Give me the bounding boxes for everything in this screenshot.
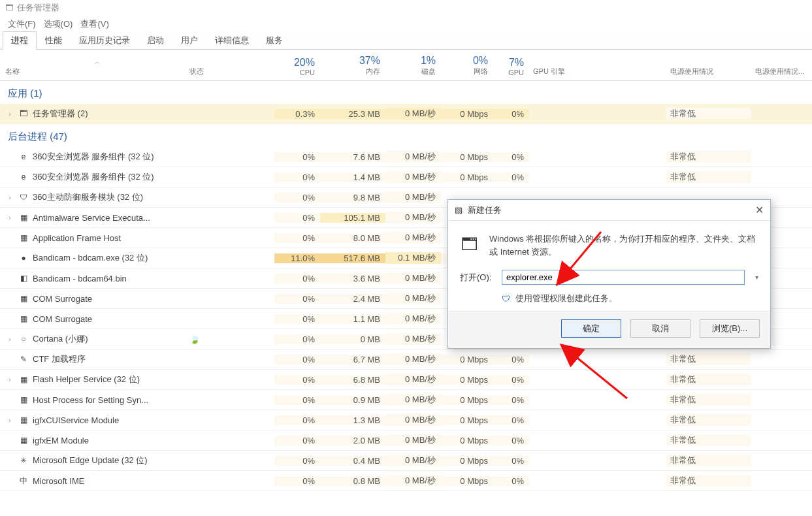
cpu-cell: 0% — [274, 334, 320, 344]
tab-details[interactable]: 详细信息 — [206, 31, 257, 49]
table-row[interactable]: ✳Microsoft Edge Update (32 位)0%0.4 MB0 M… — [0, 451, 812, 471]
group-header[interactable]: 应用 (1) — [0, 81, 812, 104]
process-name: Cortana (小娜) — [33, 333, 88, 345]
power-cell: 非常低 — [666, 475, 751, 487]
open-input[interactable] — [502, 270, 745, 285]
disk-cell: 0 MB/秒 — [385, 151, 441, 163]
process-icon: 🗔 — [18, 108, 29, 119]
process-name: Microsoft IME — [33, 476, 84, 486]
process-icon: ▦ — [18, 212, 29, 223]
table-row[interactable]: 中Microsoft IME0%0.8 MB0 MB/秒0 Mbps0%非常低 — [0, 471, 812, 491]
table-row[interactable]: ▦Host Process for Setting Syn...0%0.9 MB… — [0, 390, 812, 410]
process-name-cell: e360安全浏览器 服务组件 (32 位) — [0, 171, 189, 183]
header-network[interactable]: 0% 网络 — [441, 55, 493, 80]
mem-cell: 7.6 MB — [320, 152, 385, 162]
cpu-cell: 0% — [274, 152, 320, 162]
table-row[interactable]: ▦igfxEM Module0%2.0 MB0 MB/秒0 Mbps0%非常低 — [0, 430, 812, 451]
table-row[interactable]: ›▦igfxCUIService Module0%1.3 MB0 MB/秒0 M… — [0, 410, 812, 430]
header-cpu[interactable]: 20% CPU — [274, 57, 320, 80]
mem-cell: 1.3 MB — [320, 415, 385, 425]
cpu-cell: 0% — [274, 456, 320, 466]
header-mem-label: 内存 — [320, 67, 380, 76]
gpu-cell: 0% — [493, 456, 529, 466]
expander-icon[interactable]: › — [5, 214, 14, 221]
header-name[interactable]: ︿ 名称 — [0, 56, 189, 80]
open-dropdown-icon[interactable]: ▾ — [751, 274, 758, 281]
net-cell: 0 Mbps — [441, 415, 493, 425]
run-dialog-icon: ▧ — [455, 205, 463, 215]
header-status[interactable]: 状态 — [189, 67, 274, 80]
process-name-cell: ›▦Flash Helper Service (32 位) — [0, 374, 189, 385]
disk-cell: 0 MB/秒 — [385, 394, 441, 406]
header-power-trend[interactable]: 电源使用情况... — [751, 67, 812, 80]
tab-services[interactable]: 服务 — [257, 31, 291, 49]
expander-icon[interactable]: › — [5, 110, 14, 118]
group-header[interactable]: 后台进程 (47) — [0, 124, 812, 147]
process-icon: ✎ — [18, 354, 29, 364]
expander-icon[interactable]: › — [5, 194, 14, 201]
dialog-titlebar[interactable]: ▧ 新建任务 ✕ — [448, 200, 770, 221]
cpu-cell: 0% — [274, 355, 320, 364]
header-power[interactable]: 电源使用情况 — [666, 67, 751, 80]
tab-startup[interactable]: 启动 — [138, 31, 172, 49]
header-net-label: 网络 — [441, 67, 488, 76]
mem-cell: 0.9 MB — [320, 395, 385, 405]
window-title: 任务管理器 — [17, 2, 59, 14]
process-name: igfxEM Module — [33, 436, 89, 445]
table-row[interactable]: ›🗔任务管理器 (2)0.3%25.3 MB0 MB/秒0 Mbps0%非常低 — [0, 104, 812, 124]
header-disk-pct: 1% — [385, 55, 436, 67]
cpu-cell: 11.0% — [274, 253, 320, 263]
disk-cell: 0 MB/秒 — [385, 272, 441, 284]
dialog-close-button[interactable]: ✕ — [755, 204, 764, 216]
mem-cell: 6.7 MB — [320, 355, 385, 364]
menu-file[interactable]: 文件(F) — [5, 17, 39, 30]
header-cpu-label: CPU — [274, 69, 315, 76]
process-icon: ◧ — [18, 273, 29, 283]
process-name: COM Surrogate — [33, 294, 92, 304]
process-icon: ▦ — [18, 314, 29, 324]
disk-cell: 0 MB/秒 — [385, 313, 441, 325]
cpu-cell: 0% — [274, 436, 320, 445]
power-cell: 非常低 — [666, 414, 751, 426]
tab-performance[interactable]: 性能 — [37, 31, 71, 49]
table-row[interactable]: e360安全浏览器 服务组件 (32 位)0%1.4 MB0 MB/秒0 Mbp… — [0, 167, 812, 187]
header-gpu-engine[interactable]: GPU 引擎 — [529, 67, 666, 80]
net-cell: 0 Mbps — [441, 395, 493, 405]
header-memory[interactable]: 37% 内存 — [320, 55, 385, 80]
expander-icon[interactable]: › — [5, 376, 14, 383]
tab-app-history[interactable]: 应用历史记录 — [71, 31, 138, 49]
disk-cell: 0 MB/秒 — [385, 232, 441, 244]
mem-cell: 105.1 MB — [320, 213, 385, 223]
sort-arrow-icon: ︿ — [5, 56, 189, 67]
cpu-cell: 0% — [274, 314, 320, 324]
mem-cell: 1.1 MB — [320, 314, 385, 324]
table-row[interactable]: e360安全浏览器 服务组件 (32 位)0%7.6 MB0 MB/秒0 Mbp… — [0, 147, 812, 167]
cancel-button[interactable]: 取消 — [630, 319, 690, 338]
header-gpu[interactable]: 7% GPU — [493, 57, 529, 80]
table-row[interactable]: ›▦Flash Helper Service (32 位)0%6.8 MB0 M… — [0, 370, 812, 390]
browse-button[interactable]: 浏览(B)... — [700, 319, 760, 338]
expander-icon[interactable]: › — [5, 336, 14, 343]
process-name-cell: ›○Cortana (小娜) — [0, 333, 189, 345]
ok-button[interactable]: 确定 — [561, 319, 621, 338]
menu-bar: 文件(F) 选项(O) 查看(V) — [0, 16, 812, 31]
tab-processes[interactable]: 进程 — [3, 31, 37, 50]
cpu-cell: 0% — [274, 476, 320, 486]
table-row[interactable]: ✎CTF 加载程序0%6.7 MB0 MB/秒0 Mbps0%非常低 — [0, 349, 812, 370]
cpu-cell: 0.3% — [274, 109, 320, 119]
header-gpu-label: GPU — [493, 69, 524, 76]
dialog-title: 新建任务 — [468, 204, 502, 216]
gpu-cell: 0% — [493, 355, 529, 364]
expander-icon[interactable]: › — [5, 417, 14, 424]
tab-users[interactable]: 用户 — [172, 31, 206, 49]
process-name-cell: ✳Microsoft Edge Update (32 位) — [0, 455, 189, 466]
menu-options[interactable]: 选项(O) — [41, 17, 76, 30]
menu-view[interactable]: 查看(V) — [78, 17, 111, 30]
header-disk[interactable]: 1% 磁盘 — [385, 55, 441, 80]
header-net-pct: 0% — [441, 55, 488, 67]
process-icon: ▦ — [18, 435, 29, 445]
net-cell: 0 Mbps — [441, 109, 493, 119]
power-cell: 非常低 — [666, 434, 751, 446]
process-name: 360主动防御服务模块 (32 位) — [33, 191, 143, 203]
cpu-cell: 0% — [274, 375, 320, 385]
